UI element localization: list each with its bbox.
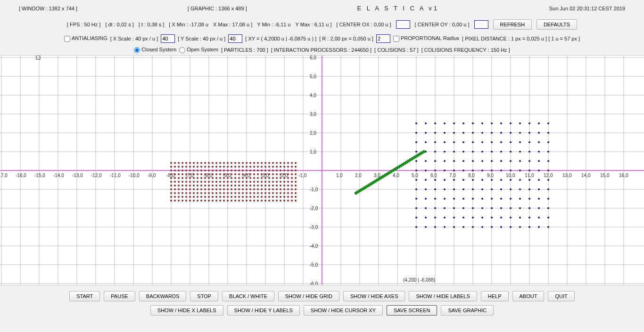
show-hide-labels-button[interactable]: SHOW / HIDE LABELS (409, 291, 477, 301)
svg-point-607 (519, 170, 521, 171)
svg-point-242 (219, 185, 221, 186)
svg-point-152 (189, 192, 191, 194)
centeroy-input[interactable] (474, 20, 488, 29)
save-screen-button[interactable]: SAVE SCREEN (387, 305, 437, 316)
svg-point-508 (444, 198, 446, 200)
xscale-input[interactable] (161, 34, 175, 43)
radius-input[interactable] (376, 34, 390, 43)
show-hide-y-labels-button[interactable]: SHOW / HIDE Y LABELS (227, 305, 300, 316)
svg-point-127 (178, 162, 180, 164)
svg-point-504 (434, 122, 436, 124)
closed-radio-label[interactable]: Closed System (134, 47, 176, 53)
svg-point-320 (246, 181, 248, 183)
svg-point-478 (415, 141, 417, 143)
svg-point-162 (193, 196, 195, 198)
svg-point-332 (249, 177, 251, 179)
svg-point-631 (538, 170, 540, 171)
svg-point-277 (231, 177, 232, 179)
svg-point-621 (528, 151, 530, 153)
quit-button[interactable]: QUIT (548, 291, 574, 301)
svg-point-294 (238, 196, 240, 198)
centerox-input[interactable] (396, 20, 410, 29)
svg-point-404 (276, 196, 278, 198)
svg-point-426 (283, 196, 285, 198)
svg-point-521 (453, 188, 455, 190)
svg-point-522 (453, 179, 455, 181)
svg-point-205 (208, 200, 210, 202)
antialias-checkbox-label[interactable]: ANTIALIASING (64, 35, 107, 42)
svg-point-309 (242, 181, 244, 183)
antialias-checkbox[interactable] (64, 36, 70, 42)
collisions-label: [ COLISIONS : 57 ] (374, 47, 419, 53)
svg-point-175 (197, 188, 198, 190)
svg-point-488 (425, 160, 427, 162)
grid-svg: -17,0-16,0-15,0-14,0-13,0-12,0-11,0-10,0… (0, 56, 644, 285)
svg-text:1,0: 1,0 (310, 149, 316, 154)
svg-point-347 (253, 162, 255, 164)
svg-point-296 (238, 188, 240, 190)
svg-point-151 (189, 196, 191, 198)
svg-point-540 (462, 122, 464, 124)
stop-button[interactable]: STOP (190, 291, 218, 301)
svg-point-616 (528, 198, 530, 200)
refresh-button[interactable]: REFRESH (493, 19, 532, 30)
svg-point-588 (500, 122, 502, 124)
svg-point-369 (261, 162, 263, 164)
svg-point-394 (272, 192, 274, 194)
svg-point-634 (538, 141, 540, 143)
yscale-input[interactable] (228, 34, 242, 43)
open-radio-label[interactable]: Open System (179, 47, 218, 53)
svg-point-456 (291, 166, 293, 168)
svg-point-259 (223, 162, 225, 164)
start-button[interactable]: START (69, 291, 100, 301)
svg-point-461 (295, 188, 297, 190)
svg-point-441 (287, 181, 289, 183)
pause-button[interactable]: PAUSE (104, 291, 135, 301)
closed-radio[interactable] (134, 47, 140, 53)
show-hide-grid-button[interactable]: SHOW / HIDE GRID (278, 291, 339, 301)
svg-point-377 (264, 173, 266, 175)
svg-point-617 (528, 188, 530, 190)
backwards-button[interactable]: BACKWARDS (139, 291, 187, 301)
svg-point-224 (212, 170, 214, 171)
svg-point-606 (519, 179, 521, 181)
svg-point-409 (276, 177, 278, 179)
svg-point-196 (204, 192, 206, 194)
svg-point-378 (264, 170, 266, 171)
svg-point-255 (223, 177, 225, 179)
svg-point-171 (193, 162, 195, 164)
svg-point-629 (538, 188, 540, 190)
svg-point-136 (182, 170, 183, 171)
svg-point-129 (182, 196, 183, 198)
svg-point-618 (528, 179, 530, 181)
save-graphic-button[interactable]: SAVE GRAPHIC (441, 305, 494, 316)
svg-text:-16,0: -16,0 (16, 173, 26, 178)
svg-point-470 (415, 217, 417, 219)
svg-text:2,0: 2,0 (355, 173, 362, 178)
show-hide-cursor-xy-button[interactable]: SHOW / HIDE CURSOR XY (304, 305, 383, 316)
about-button[interactable]: ABOUT (512, 291, 545, 301)
svg-text:8,0: 8,0 (468, 173, 475, 178)
black-white-button[interactable]: BLACK / WHITE (222, 291, 274, 301)
svg-point-459 (295, 196, 297, 198)
defaults-button[interactable]: DEFAULTS (537, 19, 577, 30)
svg-point-285 (234, 188, 236, 190)
show-hide-axes-button[interactable]: SHOW / HIDE AXES (343, 291, 405, 301)
proprad-checkbox[interactable] (393, 36, 399, 42)
svg-point-575 (491, 132, 493, 134)
svg-text:1,0: 1,0 (336, 173, 343, 178)
svg-point-293 (238, 200, 240, 202)
svg-point-396 (272, 185, 274, 186)
svg-point-543 (472, 207, 474, 209)
svg-text:-10,0: -10,0 (129, 173, 140, 178)
help-button[interactable]: HELP (481, 291, 509, 301)
svg-point-99 (170, 185, 172, 186)
open-radio[interactable] (179, 47, 185, 53)
proprad-checkbox-label[interactable]: PROPORTIONAL Radius (393, 35, 459, 42)
show-hide-x-labels-button[interactable]: SHOW / HIDE X LABELS (150, 305, 223, 316)
svg-point-539 (462, 132, 464, 134)
svg-point-487 (425, 170, 427, 171)
simulation-canvas[interactable]: -17,0-16,0-15,0-14,0-13,0-12,0-11,0-10,0… (0, 55, 644, 285)
button-row-2: SHOW / HIDE X LABELS SHOW / HIDE Y LABEL… (0, 303, 644, 317)
svg-point-114 (174, 170, 176, 171)
